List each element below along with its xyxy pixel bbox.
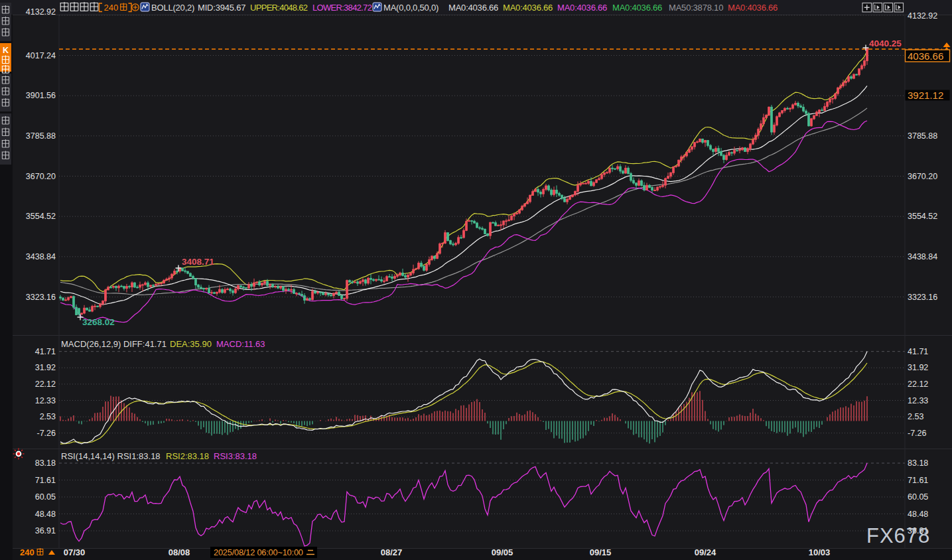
svg-text:3921.12: 3921.12: [908, 90, 943, 101]
svg-text:3554.52: 3554.52: [26, 212, 56, 221]
svg-text:36.91: 36.91: [35, 526, 56, 535]
svg-text:3901.56: 3901.56: [26, 91, 56, 100]
svg-text:12.33: 12.33: [35, 396, 56, 405]
svg-text:-7.26: -7.26: [37, 429, 56, 438]
svg-text:83.18: 83.18: [908, 458, 928, 468]
svg-text:240: 240: [104, 3, 119, 13]
svg-text:71.61: 71.61: [908, 476, 928, 485]
svg-text:83.18: 83.18: [35, 458, 56, 468]
svg-text:3785.88: 3785.88: [908, 131, 937, 141]
svg-text:240: 240: [20, 547, 34, 557]
svg-text:09/15: 09/15: [590, 547, 612, 557]
svg-text:09/24: 09/24: [695, 547, 716, 557]
svg-text:MA0:4036.66: MA0:4036.66: [503, 3, 553, 13]
svg-text:60.05: 60.05: [908, 492, 928, 502]
svg-text:MA0:4036.66: MA0:4036.66: [612, 3, 662, 13]
svg-text:3670.20: 3670.20: [26, 172, 56, 181]
svg-text:MA50:3878.10: MA50:3878.10: [669, 3, 723, 13]
svg-text:3785.88: 3785.88: [26, 131, 56, 141]
svg-text:3408.71: 3408.71: [182, 257, 214, 267]
svg-text:3268.02: 3268.02: [82, 317, 115, 327]
svg-text:10/03: 10/03: [809, 547, 831, 557]
svg-text:31.92: 31.92: [908, 363, 928, 372]
svg-text:08/27: 08/27: [381, 547, 403, 557]
svg-text:48.48: 48.48: [35, 510, 56, 519]
svg-text:MACD(26,12,9) DIFF:41.71: MACD(26,12,9) DIFF:41.71: [61, 339, 167, 349]
svg-text:4132.92: 4132.92: [908, 11, 937, 21]
svg-text:MA(0,0,0,50,0): MA(0,0,0,50,0): [383, 3, 439, 13]
svg-text:4132.92: 4132.92: [26, 7, 56, 17]
svg-text:3323.16: 3323.16: [908, 293, 937, 302]
svg-text:07/30: 07/30: [64, 547, 86, 557]
svg-text:2.53: 2.53: [908, 412, 923, 421]
svg-text:4017.24: 4017.24: [26, 51, 56, 60]
svg-text:MA0:4036.66: MA0:4036.66: [448, 3, 498, 13]
svg-text:BOLL(20,2): BOLL(20,2): [151, 3, 194, 13]
svg-text:3554.52: 3554.52: [908, 212, 937, 221]
svg-text:FX678: FX678: [866, 524, 930, 547]
svg-text:12.33: 12.33: [908, 396, 928, 405]
svg-text:MA0:4036.66: MA0:4036.66: [728, 3, 778, 13]
svg-text:48.48: 48.48: [908, 510, 928, 519]
svg-text:RSI2:83.18: RSI2:83.18: [166, 451, 209, 461]
svg-text:4040.25: 4040.25: [869, 38, 902, 48]
svg-text:60.05: 60.05: [35, 492, 56, 502]
svg-text:09/05: 09/05: [492, 547, 513, 557]
svg-text:71.61: 71.61: [35, 476, 56, 485]
svg-text:RSI3:83.18: RSI3:83.18: [214, 451, 257, 461]
svg-text:-7.26: -7.26: [908, 429, 927, 438]
svg-text:22.12: 22.12: [35, 380, 56, 389]
svg-text:08/08: 08/08: [169, 547, 190, 557]
svg-text:4036.66: 4036.66: [908, 50, 943, 62]
svg-text:LOWER:3842.72: LOWER:3842.72: [312, 3, 372, 13]
svg-text:22.12: 22.12: [908, 380, 928, 389]
svg-text:3323.16: 3323.16: [26, 293, 56, 302]
svg-text:3438.84: 3438.84: [908, 252, 937, 261]
svg-text:UPPER:4048.62: UPPER:4048.62: [250, 3, 308, 13]
svg-text:3438.84: 3438.84: [26, 252, 56, 261]
svg-text:3670.20: 3670.20: [908, 172, 937, 181]
svg-text:RSI(14,14,14) RSI1:83.18: RSI(14,14,14) RSI1:83.18: [61, 451, 161, 461]
svg-text:MA0:4036.66: MA0:4036.66: [557, 3, 607, 13]
svg-text:MACD:11.63: MACD:11.63: [216, 339, 265, 349]
svg-text:41.71: 41.71: [908, 347, 928, 356]
svg-text:MID:3945.67: MID:3945.67: [198, 3, 245, 13]
svg-text:DEA:35.90: DEA:35.90: [170, 339, 212, 349]
svg-text:2025/08/12 06:00~10:00: 2025/08/12 06:00~10:00: [214, 547, 303, 557]
svg-text:K: K: [3, 46, 9, 55]
svg-text:2.53: 2.53: [40, 412, 56, 421]
svg-text:31.92: 31.92: [35, 363, 56, 372]
svg-text:41.71: 41.71: [35, 347, 56, 356]
